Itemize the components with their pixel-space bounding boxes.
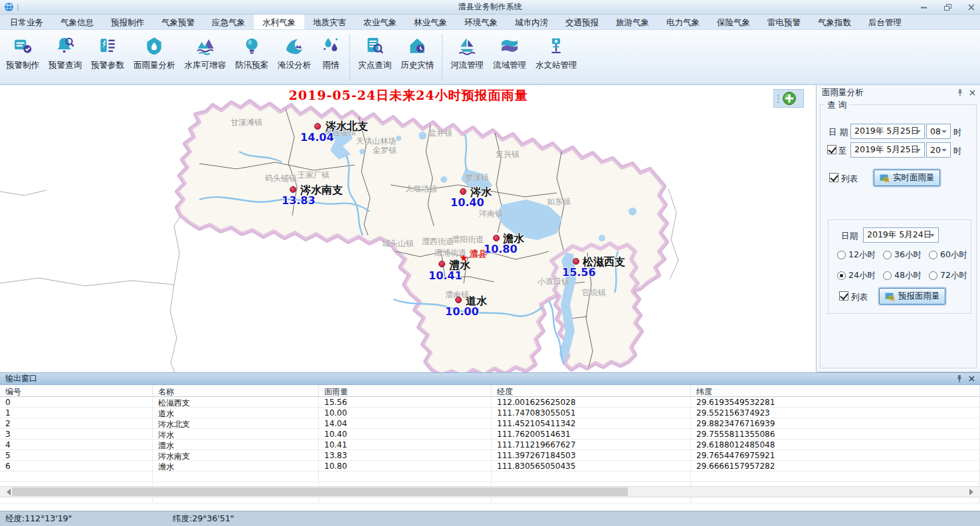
to-checkbox[interactable]: [827, 145, 836, 154]
radio-icon[interactable]: [883, 251, 892, 259]
menu-item[interactable]: 雷电预警: [759, 15, 809, 29]
station-marker[interactable]: [460, 188, 466, 195]
drag-handle-icon[interactable]: [777, 94, 779, 103]
forecast-list-checkbox[interactable]: [839, 291, 848, 301]
menu-item[interactable]: 城市内涝: [506, 15, 557, 29]
flood-plan-icon: [241, 35, 262, 57]
column-header[interactable]: 纬度: [691, 385, 980, 396]
table-cell: 涔水: [153, 429, 319, 439]
pin-icon[interactable]: [957, 89, 963, 96]
output-close-icon[interactable]: [969, 376, 975, 382]
start-date-select[interactable]: 2019年 5月25日: [850, 124, 925, 139]
station-marker[interactable]: [314, 123, 321, 130]
menu-item[interactable]: 后台管理: [860, 15, 910, 29]
menu-item[interactable]: 环境气象: [456, 15, 506, 29]
close-button[interactable]: [967, 3, 976, 12]
menu-item[interactable]: 旅游气象: [607, 15, 658, 29]
radio-icon[interactable]: [837, 251, 846, 259]
toolbar-button[interactable]: 河流管理: [446, 34, 488, 72]
toolbar-button[interactable]: 水库可增容: [181, 34, 231, 72]
table-cell: 29.6193549532281: [691, 397, 980, 407]
start-hour-unit: 时: [953, 127, 962, 138]
output-window: 输出窗口 编号名称面雨量经度纬度 0松滋西支15.56112.001625625…: [0, 372, 980, 511]
duration-radio-72小时[interactable]: 72小时: [929, 270, 975, 281]
table-row[interactable]: 6澹水10.80111.83056505043529.6666157957282: [0, 461, 980, 471]
menu-item[interactable]: 水利气象: [254, 15, 304, 29]
toolbar-button[interactable]: 灾点查询: [354, 34, 395, 72]
menu-item[interactable]: 气象指数: [809, 15, 860, 29]
duration-radio-60小时[interactable]: 60小时: [929, 249, 975, 261]
toolbar-button[interactable]: 防汛预案: [231, 34, 272, 72]
toolbar-button[interactable]: 水文站管理: [532, 34, 581, 72]
radio-icon[interactable]: [837, 271, 846, 280]
table-row[interactable]: 5涔水南支13.83111.39726718450329.76544769759…: [0, 450, 980, 461]
toolbar-button[interactable]: 雨情: [316, 34, 345, 72]
station-marker[interactable]: [493, 235, 500, 241]
station-marker[interactable]: [439, 261, 445, 267]
maximize-button[interactable]: [943, 3, 952, 12]
table-row[interactable]: 4澧水10.41111.71121966762729.6188012485048: [0, 440, 980, 450]
map-search-icon: [884, 291, 895, 302]
toolbar-button[interactable]: 预警查询: [45, 34, 86, 72]
column-header[interactable]: 名称: [153, 385, 319, 396]
radio-icon[interactable]: [929, 271, 937, 280]
forecast-rain-button[interactable]: 预报面雨量: [879, 288, 945, 305]
town-label: 梦溪镇: [465, 172, 489, 184]
duration-radio-36小时[interactable]: 36小时: [883, 249, 929, 261]
menu-item[interactable]: 预报制作: [102, 15, 153, 29]
map-area[interactable]: 2019-05-24日未来24小时预报面雨量 甘溪滩镇火连坡镇天供山林场金罗镇盐…: [0, 85, 817, 372]
column-header[interactable]: 编号: [0, 385, 153, 396]
radio-icon[interactable]: [883, 271, 892, 280]
realtime-rain-button[interactable]: 实时面雨量: [874, 170, 940, 186]
table-cell: 29.6666157957282: [691, 461, 980, 471]
scroll-left-icon[interactable]: [3, 489, 11, 495]
column-header[interactable]: 面雨量: [319, 385, 492, 396]
table-cell: 5: [0, 450, 153, 460]
menu-item[interactable]: 气象信息: [52, 15, 102, 29]
toolbar-button[interactable]: 预警参数: [87, 34, 128, 72]
menu-item[interactable]: 交通预报: [557, 15, 607, 29]
table-cell: 1: [0, 408, 153, 418]
column-header[interactable]: 经度: [492, 385, 691, 396]
scrollbar-thumb[interactable]: [12, 487, 628, 496]
forecast-date-select[interactable]: 2019年 5月24日: [863, 227, 939, 243]
menu-item[interactable]: 保险气象: [708, 15, 759, 29]
station-marker[interactable]: [455, 297, 462, 303]
menu-item[interactable]: 电力气象: [658, 15, 708, 29]
realtime-list-checkbox[interactable]: [829, 173, 838, 182]
menu-item[interactable]: 气象预警: [153, 15, 203, 29]
radio-icon[interactable]: [929, 251, 937, 259]
zoom-in-button[interactable]: [782, 91, 797, 106]
menu-item[interactable]: 林业气象: [405, 15, 456, 29]
toolbar-button[interactable]: 预警制作: [2, 34, 43, 72]
duration-radio-12小时[interactable]: 12小时: [837, 249, 883, 261]
toolbar-button[interactable]: 历史灾情: [397, 34, 438, 72]
panel-close-icon[interactable]: [969, 90, 975, 96]
horizontal-scrollbar[interactable]: [0, 486, 980, 497]
menu-item[interactable]: 应急气象: [203, 15, 254, 29]
station-marker[interactable]: [290, 186, 296, 193]
menu-item[interactable]: 日常业务: [1, 15, 52, 29]
station-marker[interactable]: [573, 258, 579, 265]
toolbar-button[interactable]: 流域管理: [489, 34, 530, 72]
pin-icon[interactable]: [956, 375, 963, 382]
toolbar-button[interactable]: 淹没分析: [274, 34, 315, 72]
menu-item[interactable]: 地质灾害: [304, 15, 355, 29]
end-date-select[interactable]: 2019年 5月25日: [850, 142, 925, 158]
table-row[interactable]: 0松滋西支15.56112.00162562502829.61935495322…: [0, 397, 980, 408]
area-rain-panel: 面雨量分析 查 询 日 期 2019年 5月25日 08 时 至 2019年 5…: [817, 85, 980, 372]
menu-item[interactable]: 农业气象: [355, 15, 405, 29]
table-row[interactable]: [0, 471, 980, 482]
table-row[interactable]: 2涔水北支14.04111.45210541134229.88234767169…: [0, 418, 980, 429]
duration-radio-24小时[interactable]: 24小时: [837, 270, 883, 281]
start-hour-select[interactable]: 08: [926, 124, 951, 139]
toolbar-button[interactable]: 面雨量分析: [130, 34, 179, 72]
scroll-right-icon[interactable]: [969, 489, 977, 495]
toolbar-button-label: 雨情: [323, 60, 340, 71]
table-cell: 111.397267184503: [492, 450, 691, 460]
table-row[interactable]: 1道水10.00111.74708305505129.552156374923: [0, 408, 980, 418]
duration-radio-48小时[interactable]: 48小时: [883, 270, 929, 281]
minimize-button[interactable]: [919, 3, 928, 12]
end-hour-select[interactable]: 20: [926, 142, 951, 158]
table-row[interactable]: 3涔水10.40111.7620051463129.7555811355086: [0, 429, 980, 440]
